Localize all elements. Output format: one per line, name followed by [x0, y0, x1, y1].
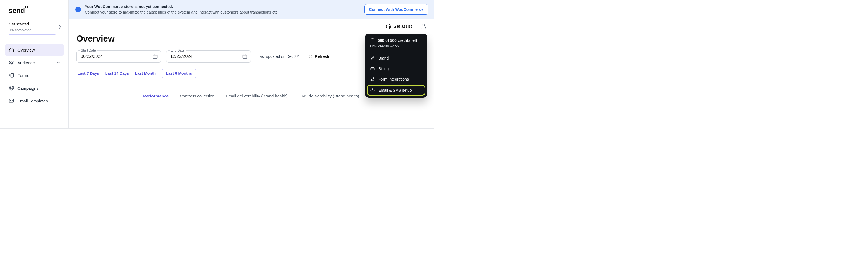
get-started-progress-bar [8, 34, 56, 35]
sidebar-item-label: Audience [18, 60, 35, 65]
dropdown-item-billing[interactable]: Billing [365, 63, 427, 74]
svg-point-3 [12, 61, 13, 63]
start-date-field[interactable]: Start Date [76, 51, 161, 63]
logo-text: send [8, 6, 25, 15]
credits-icon [370, 38, 375, 43]
get-started-card[interactable]: Get started 0% completed [0, 19, 68, 40]
get-started-title: Get started [8, 22, 60, 26]
credits-text: 500 of 500 credits left [378, 38, 417, 43]
topbar: Get assist [69, 19, 434, 33]
svg-point-14 [371, 39, 374, 40]
sidebar-item-audience[interactable]: Audience [5, 57, 64, 69]
logo-container: send [0, 0, 68, 19]
sidebar-nav: Overview Audience Forms [0, 40, 68, 111]
sidebar-item-label: Email Templates [18, 99, 48, 103]
svg-point-16 [372, 90, 373, 91]
sidebar-item-campaigns[interactable]: Campaigns [5, 82, 64, 94]
chevron-down-icon [56, 61, 60, 65]
dropdown-list: Brand Billing Form Integrations Email & … [365, 53, 427, 96]
svg-rect-0 [25, 6, 26, 8]
banner-subtitle: Connect your store to maximize the capab… [85, 10, 361, 14]
sidebar-item-email-templates[interactable]: Email Templates [5, 95, 64, 107]
sidebar-item-label: Overview [18, 47, 35, 52]
svg-point-11 [423, 24, 425, 26]
credits-row: 500 of 500 credits left [370, 38, 422, 43]
dropdown-item-form-integrations[interactable]: Form Integrations [365, 74, 427, 85]
refresh-label: Refresh [315, 54, 329, 59]
sidebar: send Get started 0% completed Overview [0, 0, 69, 128]
get-assist-label: Get assist [393, 24, 412, 29]
banner-title: Your WooCommerce store is not yet connec… [85, 4, 361, 9]
tabs: Performance Contacts collection Email de… [142, 91, 360, 102]
tab-contacts-collection[interactable]: Contacts collection [179, 91, 216, 102]
logo-mark-icon [25, 6, 29, 9]
end-date-field[interactable]: End Date [166, 51, 251, 63]
woocommerce-banner: i Your WooCommerce store is not yet conn… [69, 0, 434, 19]
svg-rect-15 [371, 68, 374, 70]
svg-rect-10 [390, 26, 390, 28]
banner-text: Your WooCommerce store is not yet connec… [85, 4, 361, 14]
svg-rect-13 [243, 55, 247, 58]
get-assist-button[interactable]: Get assist [385, 23, 412, 29]
start-date-label: Start Date [80, 49, 97, 52]
dropdown-header: 500 of 500 credits left How credits work… [365, 37, 427, 51]
dropdown-item-brand[interactable]: Brand [365, 53, 427, 63]
refresh-button[interactable]: Refresh [308, 54, 329, 59]
connect-woocommerce-button[interactable]: Connect With WooCommerce [365, 4, 428, 15]
svg-rect-4 [11, 73, 13, 77]
tab-sms-deliverability[interactable]: SMS deliverability (Brand health) [298, 91, 360, 102]
tab-email-deliverability[interactable]: Email deliverability (Brand health) [225, 91, 288, 102]
dropdown-item-label: Email & SMS setup [378, 88, 412, 93]
brush-icon [370, 56, 375, 61]
users-icon [8, 60, 14, 65]
end-date-label: End Date [169, 49, 186, 52]
svg-rect-1 [27, 6, 28, 8]
svg-rect-9 [386, 26, 387, 28]
user-dropdown-menu: 500 of 500 credits left How credits work… [365, 33, 427, 98]
calendar-icon [242, 54, 248, 59]
dropdown-item-email-sms-setup[interactable]: Email & SMS setup [367, 85, 426, 96]
divider [416, 22, 416, 30]
credits-help-link[interactable]: How credits work? [370, 44, 399, 48]
mail-icon [8, 98, 14, 104]
tab-performance[interactable]: Performance [142, 91, 170, 102]
logo: send [8, 6, 29, 15]
svg-point-7 [11, 88, 12, 88]
refresh-icon [308, 54, 313, 59]
dropdown-item-label: Billing [378, 66, 389, 71]
user-icon [421, 23, 427, 29]
user-menu-button[interactable] [420, 22, 428, 30]
quick-filter-7d[interactable]: Last 7 Days [78, 71, 99, 75]
last-updated-text: Last updated on Dec 22 [257, 54, 299, 59]
sidebar-item-label: Forms [18, 73, 29, 78]
svg-rect-12 [153, 55, 157, 58]
dropdown-item-label: Form Integrations [378, 77, 409, 82]
home-icon [8, 47, 14, 53]
svg-point-2 [10, 61, 11, 63]
info-icon: i [75, 7, 81, 12]
get-started-progress: 0% completed [8, 28, 60, 32]
calendar-icon [152, 54, 158, 59]
quick-filter-14d[interactable]: Last 14 Days [105, 71, 129, 75]
gear-icon [370, 88, 375, 93]
sidebar-item-label: Campaigns [18, 86, 38, 91]
form-icon [8, 72, 14, 78]
target-icon [8, 85, 14, 91]
quick-filter-6m[interactable]: Last 6 Months [162, 69, 196, 78]
integrations-icon [370, 77, 375, 82]
sidebar-item-forms[interactable]: Forms [5, 69, 64, 82]
headset-icon [385, 23, 391, 29]
card-icon [370, 66, 375, 71]
app-root: send Get started 0% completed Overview [0, 0, 434, 129]
sidebar-item-overview[interactable]: Overview [5, 44, 64, 56]
quick-filter-last-month[interactable]: Last Month [135, 71, 156, 75]
dropdown-item-label: Brand [378, 56, 389, 60]
chevron-right-icon [58, 25, 61, 29]
